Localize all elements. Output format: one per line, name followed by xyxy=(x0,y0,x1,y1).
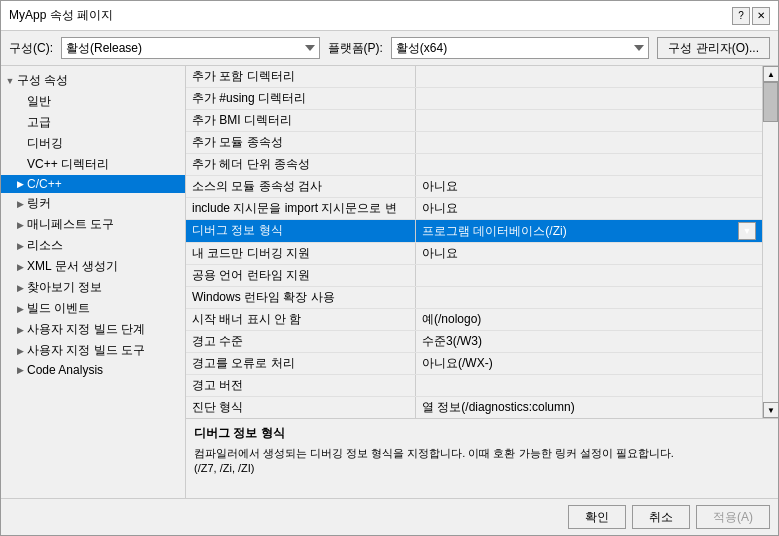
sidebar-item-general[interactable]: 일반 xyxy=(1,91,185,112)
prop-row-import-convert[interactable]: include 지시문을 import 지시문으로 변 아니요 xyxy=(186,198,762,220)
prop-row-just-my-code[interactable]: 내 코드만 디버깅 지원 아니요 xyxy=(186,243,762,265)
general-label: 일반 xyxy=(27,93,51,110)
platform-select[interactable]: 활성(x64) xyxy=(391,37,650,59)
properties-wrapper: 추가 포함 디렉터리 추가 #using 디렉터리 추가 BMI 디렉터리 추가… xyxy=(186,66,778,418)
config-bar: 구성(C): 활성(Release) 플랫폼(P): 활성(x64) 구성 관리… xyxy=(1,31,778,66)
scroll-down-btn[interactable]: ▼ xyxy=(763,402,778,418)
prop-value-include-dirs xyxy=(416,66,762,87)
confirm-button[interactable]: 확인 xyxy=(568,505,626,529)
advanced-arrow xyxy=(15,118,25,128)
prop-name-warning-level: 경고 수준 xyxy=(186,331,416,352)
prop-row-module-check[interactable]: 소스의 모듈 종속성 검사 아니요 xyxy=(186,176,762,198)
sidebar-header-label: 구성 속성 xyxy=(17,72,68,89)
window-title: MyApp 속성 페이지 xyxy=(9,7,113,24)
prop-value-header-deps xyxy=(416,154,762,175)
prop-name-include-dirs: 추가 포함 디렉터리 xyxy=(186,66,416,87)
prop-row-module-deps[interactable]: 추가 모듈 종속성 xyxy=(186,132,762,154)
right-panel: 추가 포함 디렉터리 추가 #using 디렉터리 추가 BMI 디렉터리 추가… xyxy=(186,66,778,498)
prop-row-warnings-as-errors[interactable]: 경고를 오류로 처리 아니요(/WX-) xyxy=(186,353,762,375)
scrollbar-right[interactable]: ▲ ▼ xyxy=(762,66,778,418)
debug-format-dropdown[interactable]: ▼ xyxy=(738,222,756,240)
sidebar-header: ▼ 구성 속성 xyxy=(1,70,185,91)
prop-row-warning-version[interactable]: 경고 버전 xyxy=(186,375,762,397)
sidebar-item-custom-tool[interactable]: ▶ 사용자 지정 빌드 도구 xyxy=(1,340,185,361)
custom-build-arrow: ▶ xyxy=(15,325,25,335)
prop-row-diag-format[interactable]: 진단 형식 열 정보(/diagnostics:column) xyxy=(186,397,762,418)
code-analysis-arrow: ▶ xyxy=(15,365,25,375)
code-analysis-label: Code Analysis xyxy=(27,363,103,377)
prop-value-just-my-code: 아니요 xyxy=(416,243,762,264)
prop-value-debug-format: 프로그램 데이터베이스(/Zi) ▼ xyxy=(416,220,762,242)
xml-doc-label: XML 문서 생성기 xyxy=(27,258,118,275)
build-events-arrow: ▶ xyxy=(15,304,25,314)
general-arrow xyxy=(15,97,25,107)
prop-row-no-logo[interactable]: 시작 배너 표시 안 함 예(/nologo) xyxy=(186,309,762,331)
cancel-button[interactable]: 취소 xyxy=(632,505,690,529)
manifest-label: 매니페스트 도구 xyxy=(27,216,114,233)
prop-row-clr[interactable]: 공용 언어 런타임 지원 xyxy=(186,265,762,287)
resources-arrow: ▶ xyxy=(15,241,25,251)
sidebar-item-vc-dirs[interactable]: VC++ 디렉터리 xyxy=(1,154,185,175)
prop-name-header-deps: 추가 헤더 단위 종속성 xyxy=(186,154,416,175)
resources-label: 리소스 xyxy=(27,237,63,254)
prop-row-header-deps[interactable]: 추가 헤더 단위 종속성 xyxy=(186,154,762,176)
sidebar-item-xml-doc[interactable]: ▶ XML 문서 생성기 xyxy=(1,256,185,277)
scroll-up-btn[interactable]: ▲ xyxy=(763,66,778,82)
sidebar-item-debugging[interactable]: 디버깅 xyxy=(1,133,185,154)
config-label: 구성(C): xyxy=(9,40,53,57)
vc-dirs-arrow xyxy=(15,160,25,170)
title-controls: ? ✕ xyxy=(732,7,770,25)
sidebar-item-code-analysis[interactable]: ▶ Code Analysis xyxy=(1,361,185,379)
prop-value-using-dirs xyxy=(416,88,762,109)
close-button[interactable]: ✕ xyxy=(752,7,770,25)
info-panel: 디버그 정보 형식 컴파일러에서 생성되는 디버깅 정보 형식을 지정합니다. … xyxy=(186,418,778,498)
title-bar: MyApp 속성 페이지 ? ✕ xyxy=(1,1,778,31)
browse-label: 찾아보기 정보 xyxy=(27,279,102,296)
custom-build-label: 사용자 지정 빌드 단계 xyxy=(27,321,145,338)
sidebar-item-build-events[interactable]: ▶ 빌드 이벤트 xyxy=(1,298,185,319)
sidebar-item-advanced[interactable]: 고급 xyxy=(1,112,185,133)
prop-name-import-convert: include 지시문을 import 지시문으로 변 xyxy=(186,198,416,219)
debug-format-text: 프로그램 데이터베이스(/Zi) xyxy=(422,223,567,240)
bottom-bar: 확인 취소 적용(A) xyxy=(1,498,778,535)
linker-arrow: ▶ xyxy=(15,199,25,209)
config-select[interactable]: 활성(Release) xyxy=(61,37,320,59)
info-title: 디버그 정보 형식 xyxy=(194,425,770,442)
sidebar-item-browse[interactable]: ▶ 찾아보기 정보 xyxy=(1,277,185,298)
prop-name-debug-format: 디버그 정보 형식 xyxy=(186,220,416,242)
platform-label: 플랫폼(P): xyxy=(328,40,383,57)
sidebar-item-linker[interactable]: ▶ 링커 xyxy=(1,193,185,214)
prop-name-warnings-as-errors: 경고를 오류로 처리 xyxy=(186,353,416,374)
prop-value-module-deps xyxy=(416,132,762,153)
prop-row-include-dirs[interactable]: 추가 포함 디렉터리 xyxy=(186,66,762,88)
build-events-label: 빌드 이벤트 xyxy=(27,300,90,317)
prop-value-clr xyxy=(416,265,762,286)
linker-label: 링커 xyxy=(27,195,51,212)
prop-name-no-logo: 시작 배너 표시 안 함 xyxy=(186,309,416,330)
scroll-track[interactable] xyxy=(763,82,778,402)
prop-row-winrt[interactable]: Windows 런타임 확장 사용 xyxy=(186,287,762,309)
help-button[interactable]: ? xyxy=(732,7,750,25)
sidebar-item-cpp[interactable]: ▶ C/C++ xyxy=(1,175,185,193)
scroll-thumb xyxy=(763,82,778,122)
sidebar-item-manifest[interactable]: ▶ 매니페스트 도구 xyxy=(1,214,185,235)
prop-row-using-dirs[interactable]: 추가 #using 디렉터리 xyxy=(186,88,762,110)
prop-value-winrt xyxy=(416,287,762,308)
prop-name-winrt: Windows 런타임 확장 사용 xyxy=(186,287,416,308)
prop-value-module-check: 아니요 xyxy=(416,176,762,197)
manager-button[interactable]: 구성 관리자(O)... xyxy=(657,37,770,59)
prop-row-warning-level[interactable]: 경고 수준 수준3(/W3) xyxy=(186,331,762,353)
sidebar-item-custom-build[interactable]: ▶ 사용자 지정 빌드 단계 xyxy=(1,319,185,340)
properties-scroll[interactable]: 추가 포함 디렉터리 추가 #using 디렉터리 추가 BMI 디렉터리 추가… xyxy=(186,66,762,418)
xml-doc-arrow: ▶ xyxy=(15,262,25,272)
title-bar-left: MyApp 속성 페이지 xyxy=(9,7,113,24)
prop-value-warning-version xyxy=(416,375,762,396)
manifest-arrow: ▶ xyxy=(15,220,25,230)
prop-row-debug-format[interactable]: 디버그 정보 형식 프로그램 데이터베이스(/Zi) ▼ xyxy=(186,220,762,243)
prop-value-no-logo: 예(/nologo) xyxy=(416,309,762,330)
sidebar-item-resources[interactable]: ▶ 리소스 xyxy=(1,235,185,256)
prop-name-using-dirs: 추가 #using 디렉터리 xyxy=(186,88,416,109)
prop-row-bmi-dirs[interactable]: 추가 BMI 디렉터리 xyxy=(186,110,762,132)
browse-arrow: ▶ xyxy=(15,283,25,293)
apply-button[interactable]: 적용(A) xyxy=(696,505,770,529)
